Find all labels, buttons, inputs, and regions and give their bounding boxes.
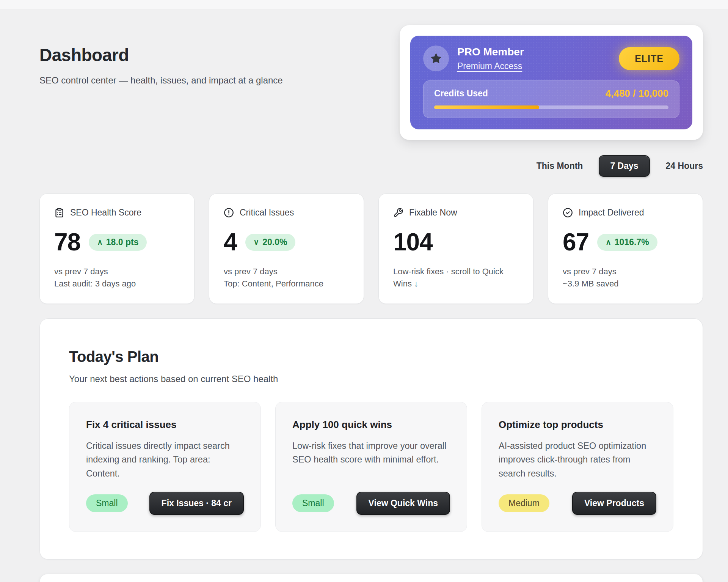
credits-progress-fill [434,105,539,109]
trend-up-icon: ∧ [97,238,103,247]
header-row: Dashboard SEO control center — health, i… [39,25,703,140]
plan-card-title: Fix 4 critical issues [86,419,244,431]
schema-alert-card: 5 schema validations have errors Fix Sch… [39,574,703,582]
credits-panel: Credits Used 4,480 / 10,000 [423,80,679,118]
stat-footnote: vs prev 7 days Top: Content, Performance [224,266,349,290]
filter-this-month[interactable]: This Month [537,161,583,171]
trend-badge: ∧ 1016.7% [597,234,657,251]
member-title: PRO Member [457,46,610,58]
fix-issues-button[interactable]: Fix Issues · 84 cr [149,492,244,515]
membership-card: PRO Member Premium Access ELITE Credits … [400,25,703,140]
check-circle-icon [563,208,573,218]
credits-value: 4,480 / 10,000 [606,88,668,99]
title-block: Dashboard SEO control center — health, i… [39,45,283,86]
stat-line: vs prev 7 days [563,266,688,278]
stat-card-impact-delivered: Impact Delivered 67 ∧ 1016.7% vs prev 7 … [548,193,703,304]
dashboard-page: Dashboard SEO control center — health, i… [0,10,728,582]
trend-down-icon: ∨ [254,238,259,247]
stat-label: Critical Issues [240,208,294,218]
plan-card-fix-critical-issues: Fix 4 critical issues Critical issues di… [69,402,261,532]
wrench-icon [393,208,403,218]
stat-line: Low-risk fixes · scroll to Quick Wins ↓ [393,266,519,290]
plan-card-optimize-products: Optimize top products AI-assisted produc… [482,402,673,532]
membership-card-inner: PRO Member Premium Access ELITE Credits … [410,36,692,129]
star-icon [430,52,442,65]
trend-text: 18.0 pts [106,237,139,247]
stat-value: 67 [563,230,589,254]
view-products-button[interactable]: View Products [572,492,656,515]
plan-card-description: AI-assisted product SEO optimization imp… [499,439,656,480]
stat-card-critical-issues: Critical Issues 4 ∨ 20.0% vs prev 7 days… [209,193,364,304]
view-quick-wins-button[interactable]: View Quick Wins [356,492,450,515]
clipboard-icon [54,208,64,218]
effort-badge: Medium [499,494,549,512]
alert-circle-icon [224,208,234,218]
page-title: Dashboard [39,45,283,65]
time-filter: This Month 7 Days 24 Hours [39,155,703,177]
credits-progress-track [434,105,668,109]
stat-card-seo-health: SEO Health Score 78 ∧ 18.0 pts vs prev 7… [39,193,195,304]
membership-header: PRO Member Premium Access ELITE [423,46,679,71]
stat-value: 104 [393,230,433,254]
trend-badge: ∨ 20.0% [245,234,296,251]
trend-text: 20.0% [262,237,287,247]
stat-line: vs prev 7 days [54,266,180,278]
member-texts: PRO Member Premium Access [457,46,610,71]
member-avatar [423,46,449,71]
trend-up-icon: ∧ [606,238,611,247]
trend-text: 1016.7% [615,237,649,247]
plan-card-quick-wins: Apply 100 quick wins Low-risk fixes that… [275,402,467,532]
stat-footnote: vs prev 7 days Last audit: 3 days ago [54,266,180,290]
stat-line: vs prev 7 days [224,266,349,278]
stat-footnote: vs prev 7 days ~3.9 MB saved [563,266,688,290]
plan-card-title: Optimize top products [499,419,656,431]
stat-value: 78 [54,230,80,254]
plan-card-title: Apply 100 quick wins [292,419,450,431]
effort-badge: Small [86,494,128,512]
stat-label: Fixable Now [409,208,457,218]
plan-subtitle: Your next best actions based on current … [69,374,673,384]
top-border-strip [0,0,728,10]
stat-label: Impact Delivered [579,208,644,218]
todays-plan-section: Today's Plan Your next best actions base… [39,318,703,560]
stat-card-fixable-now: Fixable Now 104 Low-risk fixes · scroll … [378,193,533,304]
stat-line: Top: Content, Performance [224,278,349,290]
trend-badge: ∧ 18.0 pts [89,234,147,251]
plan-card-description: Low-risk fixes that improve your overall… [292,439,450,467]
stat-value: 4 [224,230,237,254]
stat-line: Last audit: 3 days ago [54,278,180,290]
credits-label: Credits Used [434,88,488,99]
stats-row: SEO Health Score 78 ∧ 18.0 pts vs prev 7… [39,193,703,304]
plan-card-description: Critical issues directly impact search i… [86,439,244,480]
effort-badge: Small [292,494,334,512]
filter-7-days[interactable]: 7 Days [599,155,650,177]
plan-cards-row: Fix 4 critical issues Critical issues di… [69,402,673,532]
elite-tier-badge: ELITE [619,47,679,70]
page-subtitle: SEO control center — health, issues, and… [39,75,283,86]
premium-access-link[interactable]: Premium Access [457,61,522,71]
plan-title: Today's Plan [69,348,673,365]
stat-label: SEO Health Score [70,208,141,218]
stat-line: ~3.9 MB saved [563,278,688,290]
filter-24-hours[interactable]: 24 Hours [666,161,703,171]
stat-footnote: Low-risk fixes · scroll to Quick Wins ↓ [393,266,519,290]
